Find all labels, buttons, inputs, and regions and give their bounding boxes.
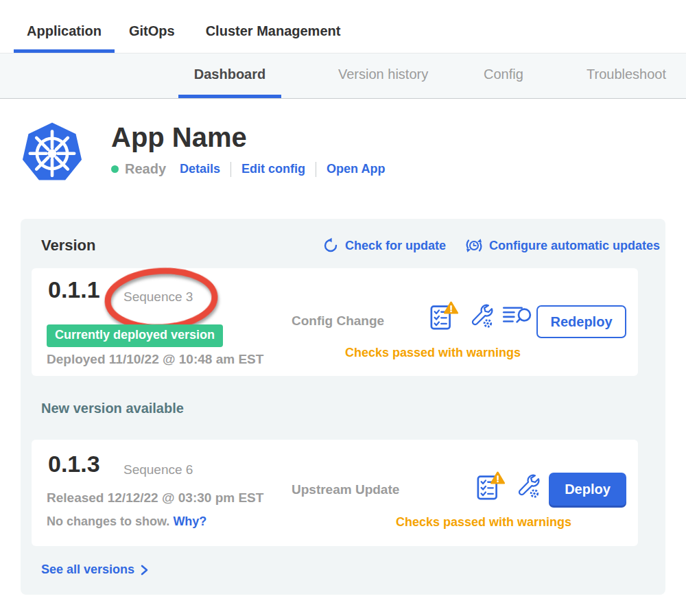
- version-check-icons: [476, 471, 540, 501]
- chevron-right-icon: [141, 565, 148, 576]
- version-section: Version Check for update: [21, 219, 665, 595]
- config-wrench-icon[interactable]: [467, 302, 493, 329]
- available-sequence-label: Sequence 6: [123, 462, 193, 477]
- ready-status-dot-icon: [111, 165, 119, 173]
- released-timestamp: Released 12/12/22 @ 03:30 pm EST: [47, 490, 263, 506]
- new-version-heading: New version available: [41, 401, 660, 416]
- tab-cluster-management[interactable]: Cluster Management: [206, 23, 341, 53]
- deployed-version-number: 0.1.1: [48, 276, 100, 303]
- check-for-update-label: Check for update: [345, 239, 446, 253]
- app-dashboard-page: Application GitOps Cluster Management Da…: [0, 0, 686, 616]
- app-header: App Name Ready Details Edit config Open …: [21, 120, 686, 183]
- kubernetes-logo-icon: [21, 120, 84, 183]
- version-source-label: Config Change: [292, 313, 384, 329]
- details-link[interactable]: Details: [180, 162, 220, 176]
- divider: [230, 162, 231, 177]
- tab-dashboard[interactable]: Dashboard: [178, 67, 281, 98]
- redeploy-button[interactable]: Redeploy: [536, 305, 626, 338]
- status-label: Ready: [125, 161, 166, 177]
- available-version-card: 0.1.3 Sequence 6 Released 12/12/22 @ 03:…: [32, 440, 638, 546]
- see-all-versions-link[interactable]: See all versions: [41, 562, 148, 577]
- tab-troubleshoot[interactable]: Troubleshoot: [587, 67, 686, 98]
- why-link[interactable]: Why?: [173, 514, 206, 528]
- deployed-timestamp: Deployed 11/10/22 @ 10:48 am EST: [47, 352, 263, 367]
- version-section-header: Version Check for update: [41, 237, 660, 254]
- deployed-version-card: 0.1.1 Sequence 3 Currently deployed vers…: [32, 268, 638, 376]
- tab-application[interactable]: Application: [14, 23, 115, 53]
- auto-update-clock-icon: [465, 237, 483, 254]
- refresh-icon: [322, 237, 339, 254]
- checks-status: Checks passed with warnings: [345, 346, 521, 360]
- configure-automatic-updates-label: Configure automatic updates: [489, 239, 660, 253]
- tab-config[interactable]: Config: [484, 67, 523, 98]
- preflight-checks-icon[interactable]: [429, 300, 458, 331]
- tab-gitops[interactable]: GitOps: [129, 23, 175, 53]
- page-title: App Name: [111, 121, 385, 153]
- version-actions: Check for update Configure automatic upd…: [322, 237, 660, 254]
- secondary-nav: Dashboard Version history Config Trouble…: [0, 53, 686, 99]
- version-heading: Version: [41, 237, 95, 254]
- see-all-versions-label: See all versions: [41, 562, 134, 577]
- deploy-button[interactable]: Deploy: [549, 473, 626, 506]
- check-for-update-button[interactable]: Check for update: [322, 237, 446, 254]
- configure-automatic-updates-button[interactable]: Configure automatic updates: [465, 237, 660, 254]
- open-app-link[interactable]: Open App: [327, 162, 385, 176]
- app-status-row: Ready Details Edit config Open App: [111, 161, 385, 177]
- currently-deployed-badge: Currently deployed version: [47, 324, 223, 347]
- no-changes-text: No changes to show.: [47, 514, 169, 528]
- tab-version-history[interactable]: Version history: [338, 67, 428, 98]
- version-check-icons: [429, 300, 534, 331]
- primary-nav: Application GitOps Cluster Management: [0, 0, 686, 53]
- checks-status: Checks passed with warnings: [396, 515, 571, 530]
- no-changes-row: No changes to show. Why?: [47, 514, 206, 529]
- preflight-checks-icon[interactable]: [476, 471, 505, 501]
- version-source-label: Upstream Update: [292, 482, 399, 497]
- config-wrench-icon[interactable]: [514, 472, 540, 499]
- edit-config-link[interactable]: Edit config: [241, 162, 305, 176]
- available-version-number: 0.1.3: [48, 451, 100, 477]
- divider: [316, 162, 316, 177]
- view-diff-icon[interactable]: [502, 305, 534, 327]
- deployed-sequence-label: Sequence 3: [123, 289, 193, 305]
